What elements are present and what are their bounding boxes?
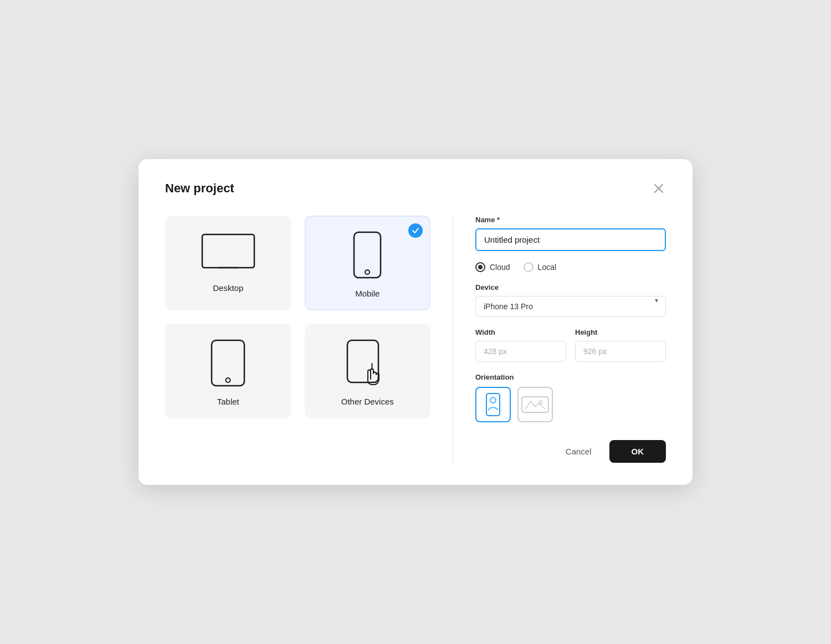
svg-point-13 [539,401,542,404]
selected-check-icon [408,223,423,238]
name-field-group: Name * [475,216,666,251]
desktop-label: Desktop [213,283,243,293]
portrait-orientation-button[interactable] [475,387,511,422]
cloud-radio-option[interactable]: Cloud [475,262,510,272]
dimensions-row: Width Height [475,328,666,362]
device-card-desktop[interactable]: Desktop [165,216,291,310]
project-name-input[interactable] [475,228,666,251]
device-select[interactable]: iPhone 13 Pro iPhone 14 iPhone 15 Pro Sa… [475,296,666,317]
svg-point-5 [365,270,370,274]
other-devices-label: Other Devices [341,397,394,406]
svg-rect-12 [522,397,548,412]
local-radio-label: Local [538,263,556,272]
dialog-footer: Cancel OK [475,440,666,463]
device-label: Device [475,283,666,292]
height-input[interactable] [575,341,666,362]
dialog-header: New project [165,181,666,196]
desktop-icon [198,230,259,274]
device-grid: Desktop Mobile [165,216,430,418]
device-card-tablet[interactable]: Tablet [165,324,291,418]
svg-rect-8 [347,340,378,382]
device-type-panel: Desktop Mobile [165,216,453,463]
landscape-orientation-button[interactable] [517,387,553,422]
device-card-other[interactable]: Other Devices [305,324,431,418]
cloud-radio-label: Cloud [490,263,510,272]
name-label: Name * [475,216,666,224]
new-project-dialog: New project Desktop [138,159,693,485]
cloud-radio-circle [475,262,485,272]
svg-rect-4 [354,232,381,278]
svg-rect-10 [486,393,500,416]
device-field-group: Device iPhone 13 Pro iPhone 14 iPhone 15… [475,283,666,317]
svg-rect-6 [212,340,244,386]
local-radio-option[interactable]: Local [524,262,556,272]
dialog-title: New project [165,181,234,196]
svg-rect-2 [202,234,254,268]
storage-radio-group: Cloud Local [475,262,666,272]
orientation-group: Orientation [475,373,666,440]
device-card-mobile[interactable]: Mobile [305,216,431,310]
other-devices-icon [345,338,389,388]
tablet-label: Tablet [217,397,239,406]
svg-point-7 [226,378,230,382]
local-radio-circle [524,262,534,272]
height-field: Height [575,328,666,362]
width-field: Width [475,328,566,362]
tablet-icon [207,338,249,388]
settings-panel: Name * Cloud Local Device iPhon [453,216,666,463]
height-label: Height [575,328,666,336]
width-input[interactable] [475,341,566,362]
orientation-buttons [475,387,666,422]
orientation-label: Orientation [475,373,666,381]
svg-point-11 [490,397,496,403]
ok-button[interactable]: OK [609,440,666,463]
dialog-body: Desktop Mobile [165,216,666,463]
width-label: Width [475,328,566,336]
close-button[interactable] [652,181,666,196]
mobile-label: Mobile [355,289,379,298]
mobile-icon [351,230,384,280]
cancel-button[interactable]: Cancel [557,441,601,462]
